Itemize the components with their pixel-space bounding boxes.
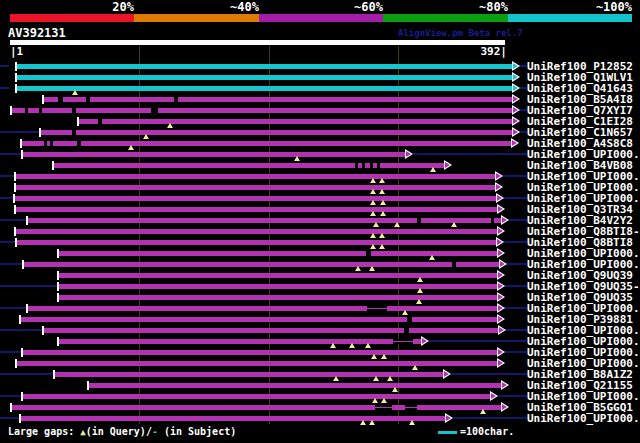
alignment-arrowhead-fill [496, 184, 501, 190]
alignment-arrowhead-fill [513, 107, 518, 113]
alignment-arrowhead-fill [498, 316, 503, 322]
alignment-arrowhead-fill [406, 151, 411, 157]
query-ruler-bar [10, 40, 505, 45]
alignment-bar[interactable] [15, 174, 495, 179]
alignment-bar[interactable] [43, 328, 498, 333]
alignment-start-tick [15, 62, 17, 71]
alignment-bar[interactable] [22, 350, 497, 355]
subject-flank-line [519, 87, 527, 89]
identity-scale-tick-label: ~60% [319, 1, 383, 13]
gap-thin-line [405, 407, 417, 408]
subject-flank-line [0, 307, 26, 309]
footer-text: Large gaps: [8, 426, 80, 437]
alignment-bar[interactable] [27, 218, 501, 223]
alignment-arrowhead-fill [502, 217, 507, 223]
alignment-bar[interactable] [27, 306, 497, 311]
subject-flank-line [453, 417, 527, 419]
alignment-arrowhead-fill [498, 349, 503, 355]
alignment-bar[interactable] [23, 262, 499, 267]
alignment-bar[interactable] [16, 240, 496, 245]
gap-thin-line [367, 308, 387, 309]
alignment-bar[interactable] [16, 75, 512, 80]
alignment-arrowhead-fill [502, 404, 507, 410]
gap-in-subject [50, 141, 53, 146]
alignment-arrowhead-fill [498, 228, 503, 234]
gap-in-subject [404, 328, 409, 333]
subject-flank-line [0, 131, 39, 133]
alignment-bar[interactable] [16, 64, 512, 69]
alignment-start-tick [57, 282, 59, 291]
subject-id-link[interactable]: UniRef100_UPI000.. [527, 413, 640, 424]
alignment-start-tick [10, 403, 12, 412]
alignment-arrowhead-fill [498, 250, 503, 256]
identity-scale-tick-label: 20% [70, 1, 134, 13]
subject-flank-line [502, 175, 527, 177]
subject-flank-line [0, 263, 22, 265]
alignment-bar[interactable] [43, 97, 512, 102]
identity-scale-tick-label: ~100% [568, 1, 632, 13]
alignment-start-tick [87, 381, 89, 390]
alignment-start-tick [15, 84, 17, 93]
alignment-start-tick [14, 227, 16, 236]
alignment-bar[interactable] [20, 416, 445, 421]
alignment-start-tick [20, 139, 22, 148]
gap-in-subject [362, 163, 365, 168]
subject-flank-line [429, 340, 527, 342]
alignment-bar[interactable] [40, 130, 512, 135]
gap-in-subject [491, 218, 494, 223]
subject-flank-line [0, 285, 57, 287]
alignment-start-tick [39, 128, 41, 137]
alignment-start-tick [42, 326, 44, 335]
alignment-bar[interactable] [15, 185, 495, 190]
alignment-arrowhead-fill [513, 129, 518, 135]
alignment-start-tick [14, 205, 16, 214]
alignment-start-tick [14, 172, 16, 181]
alignment-start-tick [14, 183, 16, 192]
alignment-bar[interactable] [22, 152, 405, 157]
subject-flank-line [504, 285, 527, 287]
subject-flank-line [504, 307, 527, 309]
alignment-start-tick [21, 392, 23, 401]
query-gap-marker-icon [360, 420, 366, 425]
alignment-arrowhead-fill [422, 338, 427, 344]
alignment-bar[interactable] [58, 273, 497, 278]
alignment-start-tick [15, 73, 17, 82]
alignment-arrowhead-fill [513, 85, 518, 91]
gap-in-subject [355, 163, 358, 168]
subject-flank-line [0, 87, 9, 89]
alignment-bar[interactable] [16, 361, 497, 366]
alignment-bar[interactable] [14, 196, 496, 201]
ruler-start-label: |1 [10, 46, 23, 57]
alignment-arrowhead-fill [499, 327, 504, 333]
alignment-row[interactable]: UniRef100_UPI000.. [0, 413, 640, 424]
alignment-start-tick [26, 216, 28, 225]
alignment-bar[interactable] [78, 119, 512, 124]
gap-thin-line [375, 407, 392, 408]
alignment-arrowhead-fill [502, 382, 507, 388]
alignment-bar[interactable] [11, 108, 512, 113]
gap-in-subject [44, 141, 47, 146]
alignment-arrowhead-fill [512, 140, 517, 146]
alignment-bar[interactable] [22, 394, 490, 399]
alignment-bar[interactable] [11, 405, 501, 410]
alignment-bar[interactable] [20, 317, 497, 322]
subject-flank-line [0, 197, 13, 199]
subject-flank-line [519, 131, 527, 133]
alignment-bar[interactable] [15, 207, 497, 212]
subject-flank-line [506, 263, 527, 265]
alignment-bar[interactable] [53, 163, 444, 168]
alignment-arrowhead-fill [513, 74, 518, 80]
alignment-arrowhead-fill [498, 305, 503, 311]
alignment-bar[interactable] [15, 229, 497, 234]
subject-flank-line [519, 109, 527, 111]
alignment-bar[interactable] [54, 372, 443, 377]
alignment-bar[interactable] [21, 141, 511, 146]
alignment-start-tick [53, 370, 55, 379]
alignment-bar[interactable] [88, 383, 501, 388]
identity-scale-legend: 20%~40%~60%~80%~100% [0, 0, 640, 24]
alignment-bar[interactable] [58, 295, 497, 300]
gap-in-subject [174, 97, 178, 102]
alignment-bar[interactable] [16, 86, 512, 91]
alignment-arrowhead-fill [444, 371, 449, 377]
alignment-bar[interactable] [58, 284, 497, 289]
